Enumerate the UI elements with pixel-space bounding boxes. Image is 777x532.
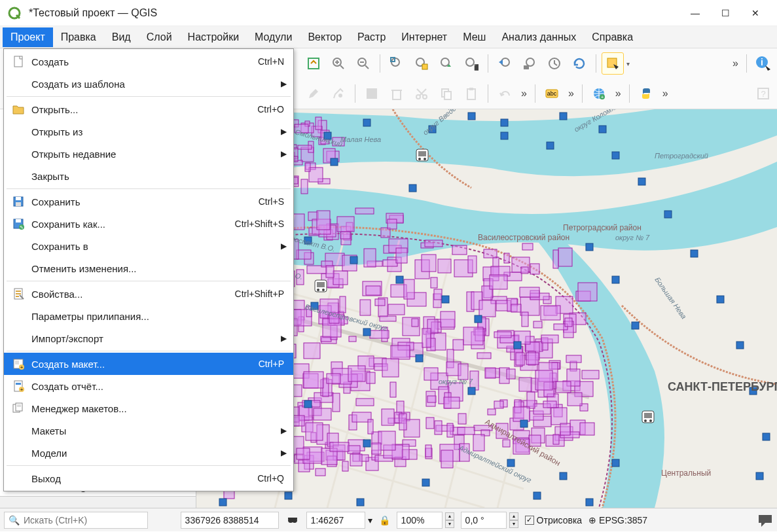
menu-item-макеты[interactable]: Макеты▶ [4, 419, 293, 442]
magnifier-field[interactable]: 100% ▴▾ [397, 512, 454, 529]
toolbar-overflow-icon[interactable]: » [730, 58, 741, 69]
zoom-in-icon[interactable] [327, 52, 350, 75]
menu-item-модели[interactable]: Модели▶ [4, 442, 293, 464]
menu-item-создать-из-шаблона[interactable]: Создать из шаблона▶ [4, 73, 293, 95]
toolbar2-overflow-2-icon[interactable]: » [566, 88, 577, 99]
zoom-native-icon[interactable]: ⬛ [460, 52, 482, 75]
delete-icon[interactable] [386, 82, 408, 105]
menu-item-менеджер-макетов-[interactable]: Менеджер макетов... [4, 397, 293, 419]
refresh-icon[interactable] [568, 52, 590, 75]
menu-item-открыть-из[interactable]: Открыть из▶ [4, 120, 293, 143]
web-globe-icon[interactable]: + [588, 82, 610, 105]
menu-item-параметры-прилипания-[interactable]: Параметры прилипания... [4, 305, 293, 327]
save-edits-icon[interactable] [361, 82, 383, 105]
magnifier-value[interactable]: 100% [397, 512, 443, 529]
locator-search[interactable]: 🔍 [4, 512, 148, 529]
lock-scale-icon[interactable]: 🔒 [379, 515, 390, 525]
menu-item-меш[interactable]: Меш [455, 27, 494, 47]
svg-rect-567 [219, 499, 226, 506]
temporal-icon[interactable] [543, 52, 566, 75]
select-rect-icon[interactable] [602, 52, 624, 75]
svg-rect-126 [453, 340, 463, 350]
menu-item-выход[interactable]: ВыходCtrl+Q [4, 467, 293, 489]
menu-item-закрыть[interactable]: Закрыть [4, 165, 293, 187]
svg-rect-572 [632, 322, 639, 329]
coordinates-value[interactable]: 3367926 8388514 [181, 512, 279, 529]
menu-item-растр[interactable]: Растр [350, 27, 393, 47]
menu-item-модули[interactable]: Модули [247, 27, 300, 47]
minimize-button[interactable]: — [680, 3, 710, 24]
rotation-field[interactable]: 0,0 ° ▴▾ [461, 512, 518, 529]
rotation-spin[interactable]: ▴▾ [509, 512, 518, 528]
coordinates-field[interactable]: 3367926 8388514 [181, 512, 279, 529]
toolbar2-overflow-3-icon[interactable]: » [613, 88, 624, 99]
render-checkbox[interactable]: ✓ [525, 516, 534, 525]
scale-value[interactable]: 1:46267 [306, 512, 365, 529]
render-label: Отрисовка [537, 515, 583, 525]
identify-icon[interactable]: i [752, 52, 774, 75]
menu-item-сохранить[interactable]: СохранитьCtrl+S [4, 190, 293, 213]
zoom-out-icon[interactable] [352, 52, 374, 75]
paste-icon[interactable] [460, 82, 482, 105]
undo-icon[interactable] [494, 82, 516, 105]
python-console-icon[interactable] [635, 82, 657, 105]
menu-item-создать[interactable]: СоздатьCtrl+N [4, 50, 293, 73]
menu-separator [7, 465, 291, 466]
svg-rect-628 [288, 518, 297, 519]
toggle-extents-icon[interactable] [285, 513, 300, 527]
edit-vertex-icon[interactable] [327, 82, 350, 105]
menu-item-проект[interactable]: Проект [3, 27, 53, 47]
menu-item-сохранить-как-[interactable]: ✎Сохранить как...Ctrl+Shift+S [4, 213, 293, 235]
zoom-last-icon[interactable] [494, 52, 516, 75]
svg-rect-434 [306, 423, 323, 440]
zoom-layer-icon[interactable] [435, 52, 458, 75]
menu-item-правка[interactable]: Правка [53, 27, 104, 47]
menu-item-сохранить-в[interactable]: Сохранить в▶ [4, 235, 293, 257]
toolbar2-overflow-4-icon[interactable]: » [660, 88, 671, 99]
menu-item-открыть-[interactable]: Открыть...Ctrl+O [4, 98, 293, 120]
svg-point-586 [649, 419, 652, 422]
help-icon[interactable]: ? [752, 82, 774, 105]
menu-item-анализ данных[interactable]: Анализ данных [494, 27, 584, 47]
svg-rect-396 [427, 396, 436, 402]
menu-item-слой[interactable]: Слой [139, 27, 180, 47]
svg-rect-244 [578, 283, 597, 301]
svg-rect-492 [309, 168, 323, 182]
menu-item-создать-макет-[interactable]: +Создать макет...Ctrl+P [4, 353, 293, 375]
search-input[interactable] [24, 515, 143, 525]
zoom-next-icon[interactable] [518, 52, 541, 75]
menu-item-настройки[interactable]: Настройки [180, 27, 247, 47]
copy-icon[interactable] [435, 82, 458, 105]
menu-item-создать-отч-т-[interactable]: +Создать отчёт... [4, 375, 293, 397]
menu-item-справка[interactable]: Справка [584, 27, 641, 47]
cut-icon[interactable] [410, 82, 433, 105]
render-toggle[interactable]: ✓ Отрисовка [525, 515, 583, 525]
pan-tool-icon[interactable] [302, 52, 325, 75]
menu-item-label: Закрыть [30, 171, 284, 182]
select-dropdown-icon[interactable]: ▾ [626, 60, 630, 67]
horizontal-scrollbar[interactable] [0, 496, 196, 508]
messages-icon[interactable] [757, 512, 773, 528]
magnifier-spin[interactable]: ▴▾ [445, 512, 454, 528]
menu-item-интернет[interactable]: Интернет [393, 27, 455, 47]
scale-field[interactable]: 1:46267 ▾ [306, 512, 372, 529]
svg-rect-414 [565, 318, 572, 327]
svg-text:i: i [761, 57, 763, 67]
zoom-full-icon[interactable] [386, 52, 408, 75]
close-button[interactable]: ✕ [740, 3, 770, 24]
label-tool-icon[interactable]: abc [541, 82, 563, 105]
menu-item-импорт-экспорт[interactable]: Импорт/экспорт▶ [4, 327, 293, 349]
crs-button[interactable]: ⊕ EPSG:3857 [588, 515, 647, 525]
zoom-selection-icon[interactable] [410, 52, 433, 75]
edit-icon[interactable] [302, 82, 325, 105]
scale-dropdown-icon[interactable]: ▾ [368, 515, 372, 525]
menu-item-свойства-[interactable]: Свойства...Ctrl+Shift+P [4, 283, 293, 305]
maximize-button[interactable]: ☐ [710, 3, 740, 24]
menu-item-вид[interactable]: Вид [104, 27, 139, 47]
svg-rect-344 [435, 421, 442, 434]
toolbar2-overflow-1-icon[interactable]: » [518, 88, 530, 99]
rotation-value[interactable]: 0,0 ° [461, 512, 507, 529]
menu-item-вектор[interactable]: Вектор [300, 27, 350, 47]
menu-item-открыть-недавние[interactable]: Открыть недавние▶ [4, 143, 293, 165]
menu-item-отменить-изменения-[interactable]: Отменить изменения... [4, 257, 293, 279]
